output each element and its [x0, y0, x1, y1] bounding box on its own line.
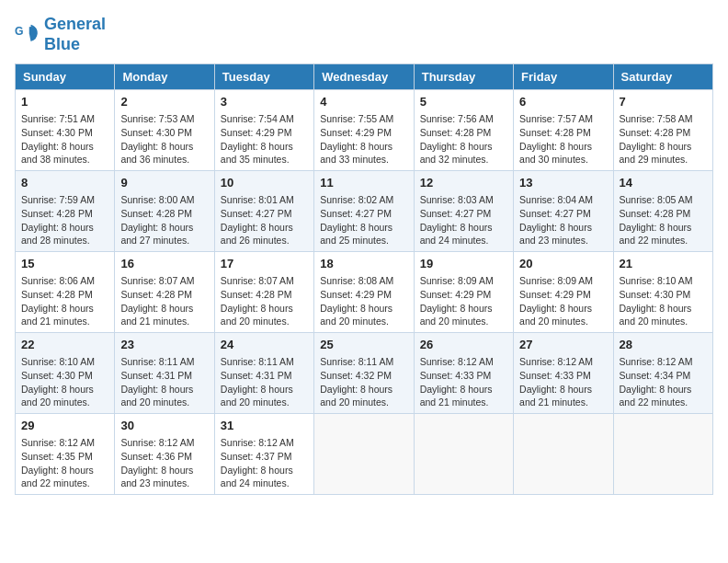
calendar-cell: 7Sunrise: 7:58 AMSunset: 4:28 PMDaylight… [613, 90, 712, 171]
calendar-cell [414, 413, 513, 494]
col-header-monday: Monday [115, 64, 214, 90]
calendar-cell: 6Sunrise: 7:57 AMSunset: 4:28 PMDaylight… [514, 90, 613, 171]
calendar-cell: 16Sunrise: 8:07 AMSunset: 4:28 PMDayligh… [115, 252, 214, 333]
day-number: 19 [420, 256, 507, 272]
calendar-cell: 20Sunrise: 8:09 AMSunset: 4:29 PMDayligh… [514, 252, 613, 333]
col-header-tuesday: Tuesday [214, 64, 313, 90]
day-number: 23 [120, 337, 208, 353]
calendar-week-5: 29Sunrise: 8:12 AMSunset: 4:35 PMDayligh… [16, 413, 713, 494]
calendar-week-3: 15Sunrise: 8:06 AMSunset: 4:28 PMDayligh… [16, 252, 713, 333]
day-info: Sunrise: 7:58 AMSunset: 4:28 PMDaylight:… [620, 113, 693, 165]
day-info: Sunrise: 7:57 AMSunset: 4:28 PMDaylight:… [519, 113, 593, 165]
calendar-cell: 3Sunrise: 7:54 AMSunset: 4:29 PMDaylight… [214, 90, 313, 171]
day-info: Sunrise: 8:12 AMSunset: 4:35 PMDaylight:… [21, 437, 95, 488]
day-info: Sunrise: 8:09 AMSunset: 4:29 PMDaylight:… [420, 275, 494, 327]
logo-text-bottom: Blue [44, 35, 106, 55]
day-number: 27 [519, 337, 607, 353]
calendar-cell: 31Sunrise: 8:12 AMSunset: 4:37 PMDayligh… [214, 413, 313, 494]
day-number: 30 [120, 418, 208, 434]
day-number: 14 [620, 175, 707, 191]
day-info: Sunrise: 8:10 AMSunset: 4:30 PMDaylight:… [21, 356, 95, 408]
calendar-cell: 2Sunrise: 7:53 AMSunset: 4:30 PMDaylight… [115, 90, 214, 171]
day-number: 6 [519, 94, 607, 110]
calendar-cell: 4Sunrise: 7:55 AMSunset: 4:29 PMDaylight… [314, 90, 414, 171]
col-header-friday: Friday [514, 64, 613, 90]
day-number: 28 [620, 337, 707, 353]
day-info: Sunrise: 8:01 AMSunset: 4:27 PMDaylight:… [221, 194, 294, 246]
day-info: Sunrise: 8:12 AMSunset: 4:33 PMDaylight:… [420, 356, 494, 408]
logo: G General Blue [15, 15, 106, 54]
calendar-cell: 15Sunrise: 8:06 AMSunset: 4:28 PMDayligh… [16, 252, 115, 333]
day-info: Sunrise: 7:55 AMSunset: 4:29 PMDaylight:… [320, 113, 393, 165]
day-info: Sunrise: 8:09 AMSunset: 4:29 PMDaylight:… [519, 275, 593, 327]
calendar-cell: 28Sunrise: 8:12 AMSunset: 4:34 PMDayligh… [613, 333, 712, 414]
day-number: 16 [120, 256, 208, 272]
day-info: Sunrise: 7:51 AMSunset: 4:30 PMDaylight:… [21, 113, 95, 165]
day-number: 25 [320, 337, 407, 353]
col-header-sunday: Sunday [16, 64, 115, 90]
day-info: Sunrise: 7:56 AMSunset: 4:28 PMDaylight:… [420, 113, 494, 165]
day-info: Sunrise: 8:04 AMSunset: 4:27 PMDaylight:… [519, 194, 593, 246]
col-header-thursday: Thursday [414, 64, 513, 90]
calendar-cell: 13Sunrise: 8:04 AMSunset: 4:27 PMDayligh… [514, 171, 613, 252]
day-info: Sunrise: 8:11 AMSunset: 4:31 PMDaylight:… [120, 356, 194, 408]
day-info: Sunrise: 8:10 AMSunset: 4:30 PMDaylight:… [620, 275, 693, 327]
calendar-cell [613, 413, 712, 494]
day-number: 21 [620, 256, 707, 272]
day-info: Sunrise: 8:12 AMSunset: 4:37 PMDaylight:… [221, 437, 294, 488]
day-info: Sunrise: 8:07 AMSunset: 4:28 PMDaylight:… [221, 275, 294, 327]
day-info: Sunrise: 8:05 AMSunset: 4:28 PMDaylight:… [620, 194, 693, 246]
calendar-table: SundayMondayTuesdayWednesdayThursdayFrid… [15, 63, 713, 495]
day-info: Sunrise: 8:06 AMSunset: 4:28 PMDaylight:… [21, 275, 95, 327]
day-info: Sunrise: 8:12 AMSunset: 4:33 PMDaylight:… [519, 356, 593, 408]
day-number: 10 [221, 175, 308, 191]
calendar-cell: 19Sunrise: 8:09 AMSunset: 4:29 PMDayligh… [414, 252, 513, 333]
col-header-saturday: Saturday [613, 64, 712, 90]
calendar-cell: 24Sunrise: 8:11 AMSunset: 4:31 PMDayligh… [214, 333, 313, 414]
day-number: 15 [21, 256, 108, 272]
page-header: G General Blue [15, 15, 713, 54]
calendar-cell: 21Sunrise: 8:10 AMSunset: 4:30 PMDayligh… [613, 252, 712, 333]
logo-text-top: General [44, 15, 106, 35]
day-info: Sunrise: 7:59 AMSunset: 4:28 PMDaylight:… [21, 194, 95, 246]
calendar-cell: 26Sunrise: 8:12 AMSunset: 4:33 PMDayligh… [414, 333, 513, 414]
col-header-wednesday: Wednesday [314, 64, 414, 90]
day-number: 4 [320, 94, 407, 110]
calendar-cell: 23Sunrise: 8:11 AMSunset: 4:31 PMDayligh… [115, 333, 214, 414]
day-number: 26 [420, 337, 507, 353]
calendar-cell: 30Sunrise: 8:12 AMSunset: 4:36 PMDayligh… [115, 413, 214, 494]
day-number: 2 [120, 94, 208, 110]
day-number: 1 [21, 94, 108, 110]
calendar-cell: 22Sunrise: 8:10 AMSunset: 4:30 PMDayligh… [16, 333, 115, 414]
calendar-cell: 17Sunrise: 8:07 AMSunset: 4:28 PMDayligh… [214, 252, 313, 333]
day-number: 12 [420, 175, 507, 191]
day-number: 31 [221, 418, 308, 434]
day-info: Sunrise: 8:07 AMSunset: 4:28 PMDaylight:… [120, 275, 194, 327]
day-number: 9 [120, 175, 208, 191]
calendar-cell [314, 413, 414, 494]
day-number: 5 [420, 94, 507, 110]
svg-text:G: G [15, 25, 24, 38]
logo-icon: G [15, 22, 40, 48]
calendar-cell: 9Sunrise: 8:00 AMSunset: 4:28 PMDaylight… [115, 171, 214, 252]
day-number: 20 [519, 256, 607, 272]
calendar-cell: 18Sunrise: 8:08 AMSunset: 4:29 PMDayligh… [314, 252, 414, 333]
calendar-cell [514, 413, 613, 494]
day-info: Sunrise: 8:11 AMSunset: 4:31 PMDaylight:… [221, 356, 294, 408]
calendar-cell: 11Sunrise: 8:02 AMSunset: 4:27 PMDayligh… [314, 171, 414, 252]
day-number: 18 [320, 256, 407, 272]
day-number: 7 [620, 94, 707, 110]
calendar-header-row: SundayMondayTuesdayWednesdayThursdayFrid… [16, 64, 713, 90]
day-info: Sunrise: 8:02 AMSunset: 4:27 PMDaylight:… [320, 194, 393, 246]
day-number: 3 [221, 94, 308, 110]
day-number: 22 [21, 337, 108, 353]
day-info: Sunrise: 8:12 AMSunset: 4:34 PMDaylight:… [620, 356, 693, 408]
calendar-week-2: 8Sunrise: 7:59 AMSunset: 4:28 PMDaylight… [16, 171, 713, 252]
calendar-cell: 14Sunrise: 8:05 AMSunset: 4:28 PMDayligh… [613, 171, 712, 252]
day-number: 29 [21, 418, 108, 434]
calendar-cell: 27Sunrise: 8:12 AMSunset: 4:33 PMDayligh… [514, 333, 613, 414]
day-number: 24 [221, 337, 308, 353]
day-number: 13 [519, 175, 607, 191]
day-info: Sunrise: 7:53 AMSunset: 4:30 PMDaylight:… [120, 113, 194, 165]
calendar-cell: 5Sunrise: 7:56 AMSunset: 4:28 PMDaylight… [414, 90, 513, 171]
